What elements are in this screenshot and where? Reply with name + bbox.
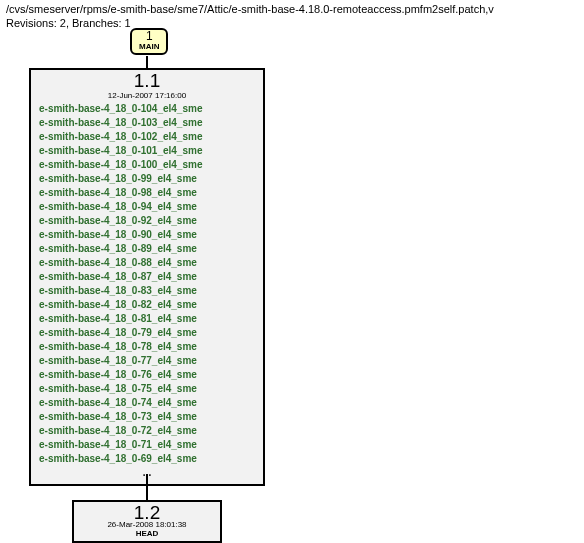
revision-tag: e-smith-base-4_18_0-102_el4_sme (39, 130, 255, 144)
revision-tag: e-smith-base-4_18_0-74_el4_sme (39, 396, 255, 410)
revision-tag-list: e-smith-base-4_18_0-104_el4_smee-smith-b… (31, 102, 263, 480)
revision-tag: e-smith-base-4_18_0-77_el4_sme (39, 354, 255, 368)
revision-tag: e-smith-base-4_18_0-75_el4_sme (39, 382, 255, 396)
revision-date: 12-Jun-2007 17:16:00 (31, 91, 263, 100)
header-path: /cvs/smeserver/rpms/e-smith-base/sme7/At… (6, 3, 494, 15)
revision-tag: e-smith-base-4_18_0-90_el4_sme (39, 228, 255, 242)
revision-tag: e-smith-base-4_18_0-79_el4_sme (39, 326, 255, 340)
diagram-canvas: /cvs/smeserver/rpms/e-smith-base/sme7/At… (0, 0, 584, 543)
revision-tag: e-smith-base-4_18_0-69_el4_sme (39, 452, 255, 466)
branch-box: 1 MAIN (130, 28, 168, 55)
revision-tag: e-smith-base-4_18_0-76_el4_sme (39, 368, 255, 382)
revision-tag: e-smith-base-4_18_0-99_el4_sme (39, 172, 255, 186)
revision-tag: e-smith-base-4_18_0-88_el4_sme (39, 256, 255, 270)
revision-tag: e-smith-base-4_18_0-81_el4_sme (39, 312, 255, 326)
branch-name: MAIN (139, 43, 159, 52)
revision-tag: e-smith-base-4_18_0-98_el4_sme (39, 186, 255, 200)
revision-tag: e-smith-base-4_18_0-100_el4_sme (39, 158, 255, 172)
revision-tag: e-smith-base-4_18_0-78_el4_sme (39, 340, 255, 354)
connector-top (146, 56, 148, 68)
revision-tag: e-smith-base-4_18_0-87_el4_sme (39, 270, 255, 284)
revision-tag: e-smith-base-4_18_0-94_el4_sme (39, 200, 255, 214)
header-revisions: Revisions: 2, Branches: 1 (6, 17, 131, 29)
revision-node-1-1[interactable]: 1.1 12-Jun-2007 17:16:00 e-smith-base-4_… (29, 68, 265, 486)
revision-tag: e-smith-base-4_18_0-71_el4_sme (39, 438, 255, 452)
revision-head-label: HEAD (74, 530, 220, 539)
revision-tag: e-smith-base-4_18_0-83_el4_sme (39, 284, 255, 298)
revision-node-1-2[interactable]: 1.2 26-Mar-2008 18:01:38 HEAD (72, 500, 222, 543)
revision-tag: e-smith-base-4_18_0-92_el4_sme (39, 214, 255, 228)
revision-title: 1.1 (31, 71, 263, 92)
revision-tag: e-smith-base-4_18_0-104_el4_sme (39, 102, 255, 116)
revision-tag: e-smith-base-4_18_0-73_el4_sme (39, 410, 255, 424)
revision-tag: e-smith-base-4_18_0-101_el4_sme (39, 144, 255, 158)
revision-tag: e-smith-base-4_18_0-89_el4_sme (39, 242, 255, 256)
connector-bottom (146, 474, 148, 500)
revision-tag: e-smith-base-4_18_0-82_el4_sme (39, 298, 255, 312)
revision-tag: e-smith-base-4_18_0-72_el4_sme (39, 424, 255, 438)
revision-tag: e-smith-base-4_18_0-103_el4_sme (39, 116, 255, 130)
branch-node-main[interactable]: 1 MAIN (130, 28, 162, 55)
